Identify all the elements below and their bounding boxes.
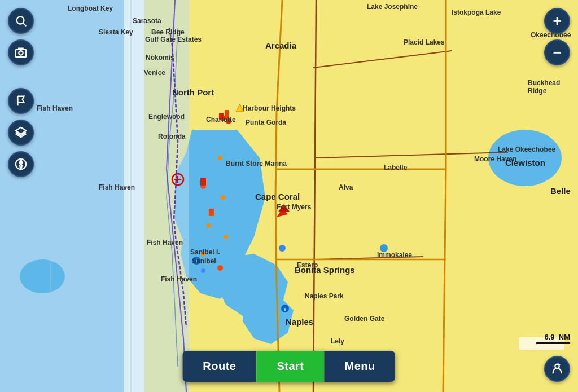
svg-point-34 [380, 244, 388, 252]
layers-button[interactable] [8, 120, 34, 146]
menu-button[interactable]: Menu [325, 351, 396, 382]
scale-unit: NM [559, 333, 570, 341]
svg-text:i: i [284, 306, 286, 312]
svg-line-51 [23, 23, 26, 26]
svg-point-27 [221, 195, 225, 200]
right-controls: + − [544, 8, 570, 65]
svg-point-32 [201, 268, 205, 273]
svg-rect-35 [219, 113, 224, 120]
svg-point-24 [226, 118, 231, 124]
scale-indicator: 6.9 NM [536, 333, 570, 344]
svg-point-53 [19, 51, 23, 55]
left-controls [8, 8, 34, 177]
bottom-toolbar: Route Start Menu [182, 351, 395, 382]
svg-point-10 [488, 130, 562, 186]
svg-point-31 [217, 265, 223, 271]
zoom-in-button[interactable]: + [544, 8, 570, 34]
scale-value: 6.9 [544, 333, 554, 341]
svg-rect-36 [225, 110, 229, 118]
zoom-out-button[interactable]: − [544, 39, 570, 65]
svg-point-11 [20, 259, 65, 293]
layers-icon [15, 126, 27, 139]
ais-icon [551, 363, 563, 375]
scale-line [536, 342, 570, 344]
svg-point-33 [279, 245, 286, 252]
svg-text:i: i [196, 258, 198, 264]
map-background: i i [0, 0, 578, 392]
start-button[interactable]: Start [256, 351, 324, 382]
map-container: i i Longboat Key Sarasota Siesta Key Bee… [0, 0, 578, 392]
svg-point-28 [207, 223, 211, 228]
zoom-out-icon: − [553, 44, 561, 61]
compass-button[interactable] [8, 151, 34, 177]
route-button[interactable]: Route [182, 351, 256, 382]
camera-icon [15, 46, 27, 59]
svg-point-25 [218, 156, 222, 160]
camera-button[interactable] [8, 39, 34, 65]
svg-rect-37 [200, 178, 206, 186]
zoom-in-icon: + [553, 12, 561, 30]
svg-point-29 [224, 235, 228, 239]
flag-icon [15, 95, 27, 107]
svg-rect-38 [209, 209, 214, 216]
svg-point-30 [201, 252, 205, 256]
search-button[interactable] [8, 8, 34, 34]
ais-button[interactable] [544, 356, 570, 382]
svg-point-50 [17, 17, 24, 24]
search-icon [15, 15, 27, 27]
flag-button[interactable] [8, 88, 34, 114]
svg-marker-58 [20, 164, 23, 169]
compass-icon [15, 158, 27, 170]
